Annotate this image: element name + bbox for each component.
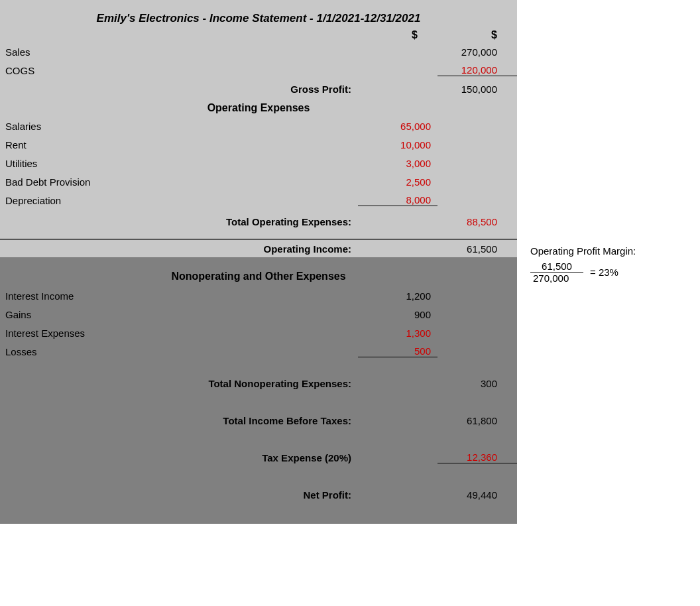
total-income-value: 61,800 (438, 415, 517, 426)
total-op-exp-value: 88,500 (438, 216, 517, 227)
margin-fraction: 61,500 270,000 = 23% (530, 261, 687, 284)
bad-debt-row: Bad Debt Provision 2,500 (0, 172, 517, 191)
nonoperating-heading: Nonoperating and Other Expenses (0, 264, 517, 286)
header-col2: $ (418, 29, 497, 41)
gross-profit-value: 150,000 (438, 84, 517, 95)
interest-expenses-label: Interest Expenses (0, 328, 358, 339)
losses-label: Losses (0, 346, 358, 357)
net-profit-value: 49,440 (438, 489, 517, 501)
cogs-row: COGS 120,000 (0, 61, 517, 80)
utilities-row: Utilities 3,000 (0, 154, 517, 172)
interest-income-row: Interest Income 1,200 (0, 286, 517, 305)
total-nonop-row: Total Nonoperating Expenses: 300 (0, 374, 517, 393)
tax-label: Tax Expense (20%) (0, 452, 358, 463)
total-op-exp-row: Total Operating Expenses: 88,500 (0, 212, 517, 231)
gross-profit-label: Gross Profit: (0, 84, 358, 95)
gains-row: Gains 900 (0, 305, 517, 324)
page-title: Emily's Electronics - Income Statement -… (0, 7, 517, 29)
rent-label: Rent (0, 139, 358, 151)
depreciation-value: 8,000 (358, 194, 438, 206)
bad-debt-label: Bad Debt Provision (0, 176, 358, 188)
interest-income-value: 1,200 (358, 290, 438, 302)
salaries-value: 65,000 (358, 121, 438, 132)
rent-value: 10,000 (358, 139, 438, 151)
tax-value: 12,360 (438, 452, 517, 463)
operating-expenses-heading: Operating Expenses (0, 98, 517, 117)
header-col1: $ (338, 29, 418, 41)
cogs-label: COGS (0, 65, 358, 76)
tax-expense-row: Tax Expense (20%) 12,360 (0, 448, 517, 467)
rent-row: Rent 10,000 (0, 135, 517, 154)
margin-label: Operating Profit Margin: (530, 245, 687, 257)
gains-value: 900 (358, 309, 438, 320)
interest-expenses-value: 1,300 (358, 328, 438, 339)
losses-row: Losses 500 (0, 342, 517, 361)
net-profit-row: Net Profit: 49,440 (0, 485, 517, 504)
salaries-label: Salaries (0, 121, 358, 132)
interest-income-label: Interest Income (0, 290, 358, 302)
operating-income-label: Operating Income: (0, 243, 358, 255)
interest-expenses-row: Interest Expenses 1,300 (0, 324, 517, 342)
net-profit-label: Net Profit: (0, 489, 358, 501)
margin-numerator: 61,500 (530, 261, 583, 273)
depreciation-label: Depreciation (0, 195, 358, 206)
total-income-row: Total Income Before Taxes: 61,800 (0, 411, 517, 430)
sales-label: Sales (0, 46, 358, 58)
operating-income-row: Operating Income: 61,500 (0, 239, 517, 257)
total-nonop-label: Total Nonoperating Expenses: (0, 378, 358, 389)
total-nonop-value: 300 (438, 378, 517, 389)
sales-row: Sales 270,000 (0, 42, 517, 61)
salaries-row: Salaries 65,000 (0, 117, 517, 135)
operating-income-value: 61,500 (438, 243, 517, 255)
margin-panel: Operating Profit Margin: 61,500 270,000 … (517, 0, 700, 524)
total-income-label: Total Income Before Taxes: (0, 415, 358, 426)
sales-value: 270,000 (438, 46, 517, 58)
utilities-label: Utilities (0, 158, 358, 169)
gains-label: Gains (0, 309, 358, 320)
margin-result: = 23% (590, 267, 618, 278)
cogs-value: 120,000 (438, 64, 517, 76)
losses-value: 500 (358, 345, 438, 357)
utilities-value: 3,000 (358, 158, 438, 169)
total-op-exp-label: Total Operating Expenses: (0, 216, 358, 227)
header-row: $ $ (0, 29, 517, 42)
margin-denominator: 270,000 (530, 273, 583, 284)
depreciation-row: Depreciation 8,000 (0, 191, 517, 210)
bad-debt-value: 2,500 (358, 176, 438, 188)
gross-profit-row: Gross Profit: 150,000 (0, 80, 517, 98)
